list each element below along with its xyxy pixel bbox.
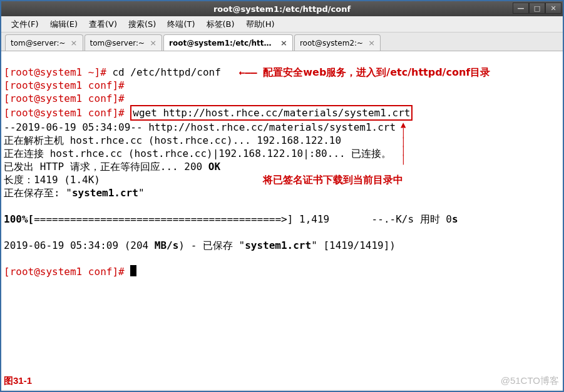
menu-terminal[interactable]: 终端(T) [162, 17, 200, 32]
maximize-button[interactable]: □ [529, 3, 545, 14]
tab-2[interactable]: tom@server:~ × [85, 34, 163, 51]
annotation-1: 配置安全web服务，进入到/etc/httpd/conf目录 [263, 66, 490, 78]
tabbar: tom@server:~ × tom@server:~ × root@syste… [1, 33, 563, 51]
command: cd /etc/httpd/conf [106, 66, 221, 78]
menu-view[interactable]: 查看(V) [84, 17, 122, 32]
close-button[interactable]: ✕ [545, 3, 561, 14]
annotation-2: 将已签名证书下载到当前目录中 [263, 174, 403, 186]
cursor-icon [130, 265, 136, 276]
tab-label: tom@server:~ [90, 39, 145, 48]
output-line: 2019-06-19 05:34:09 (204 [4, 239, 155, 251]
tab-label: tom@server:~ [11, 39, 66, 48]
close-icon[interactable]: × [280, 38, 287, 48]
minimize-button[interactable]: — [513, 3, 529, 14]
menu-help[interactable]: 帮助(H) [241, 17, 280, 32]
progress-stats: ] 1,419 --.-K/s 用时 0 [287, 213, 452, 225]
menubar: 文件(F) 编辑(E) 查看(V) 搜索(S) 终端(T) 标签(B) 帮助(H… [1, 16, 563, 33]
close-icon[interactable]: × [150, 38, 156, 48]
tab-label: root@system1:/etc/http… [169, 39, 275, 48]
output-line: 已发出 HTTP 请求，正在等待回应... 200 [4, 161, 208, 173]
watermark: @51CTO博客 [501, 374, 559, 387]
prompt: [root@system1 conf]# [4, 107, 125, 119]
window-controls: — □ ✕ [513, 3, 561, 14]
prompt: [root@system1 ~]# [4, 66, 106, 78]
arrow-left-icon: ←—— [239, 66, 257, 78]
filename: system1.crt [245, 239, 311, 251]
output-line: 正在解析主机 host.rhce.cc (host.rhce.cc)... 19… [4, 134, 341, 146]
terminal[interactable]: [root@system1 ~]# cd /etc/httpd/conf ←——… [1, 51, 563, 389]
tab-3[interactable]: root@system1:/etc/http… × [163, 34, 293, 51]
output-line: " [1419/1419]) [311, 239, 396, 251]
status-code: OK [208, 161, 220, 173]
output-line: 正在保存至: " [4, 187, 72, 199]
arrow-down-icon: ▲││││ [401, 120, 406, 164]
menu-tabs[interactable]: 标签(B) [202, 17, 240, 32]
titlebar: root@system1:/etc/httpd/conf — □ ✕ [1, 1, 563, 16]
menu-file[interactable]: 文件(F) [6, 17, 44, 32]
progress-unit: s [452, 213, 458, 225]
close-icon[interactable]: × [368, 38, 375, 48]
tab-1[interactable]: tom@server:~ × [5, 34, 83, 51]
menu-edit[interactable]: 编辑(E) [45, 17, 83, 32]
prompt: [root@system1 conf]# [4, 93, 125, 104]
command: wget http://host.rhce.cc/materials/syste… [133, 107, 410, 119]
tab-label: root@system2:~ [300, 39, 363, 48]
output-line: 长度：1419 (1.4K) [4, 174, 100, 186]
prompt: [root@system1 conf]# [4, 266, 130, 278]
progress-bar: ========================================… [34, 213, 287, 225]
speed: MB/s [155, 239, 179, 251]
output-line: ) - 已保存 " [178, 239, 245, 251]
output-line: 正在连接 host.rhce.cc (host.rhce.cc)|192.168… [4, 148, 391, 159]
output-line: --2019-06-19 05:34:09-- http://host.rhce… [4, 121, 396, 133]
figure-label: 图31-1 [4, 374, 32, 387]
tab-4[interactable]: root@system2:~ × [294, 34, 381, 51]
output-line: " [138, 187, 145, 199]
menu-search[interactable]: 搜索(S) [123, 17, 161, 32]
highlighted-command: wget http://host.rhce.cc/materials/syste… [130, 105, 413, 121]
close-icon[interactable]: × [71, 38, 78, 48]
prompt: [root@system1 conf]# [4, 79, 125, 91]
filename: system1.crt [72, 187, 138, 199]
window-title: root@system1:/etc/httpd/conf [213, 4, 351, 14]
progress-pct: 100%[ [4, 213, 34, 225]
